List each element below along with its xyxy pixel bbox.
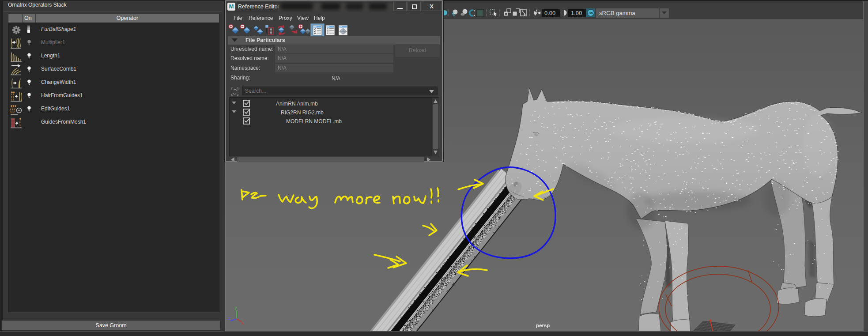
svg-text:0.00: 0.00	[544, 10, 555, 16]
svg-text:x: x	[242, 321, 244, 325]
svg-text:persp: persp	[536, 323, 550, 328]
svg-text:1.00: 1.00	[571, 10, 582, 16]
svg-text:sRGB gamma: sRGB gamma	[599, 10, 635, 16]
svg-text:z: z	[228, 316, 230, 321]
svg-text:AnimRN Anim.mb: AnimRN Anim.mb	[276, 101, 318, 107]
svg-text:y: y	[235, 306, 237, 310]
svg-text:RIG2RN RIG2.mb: RIG2RN RIG2.mb	[281, 109, 324, 116]
svg-text:ON: ON	[589, 11, 593, 15]
svg-text:MODELRN MODEL.mb: MODELRN MODEL.mb	[286, 118, 342, 125]
